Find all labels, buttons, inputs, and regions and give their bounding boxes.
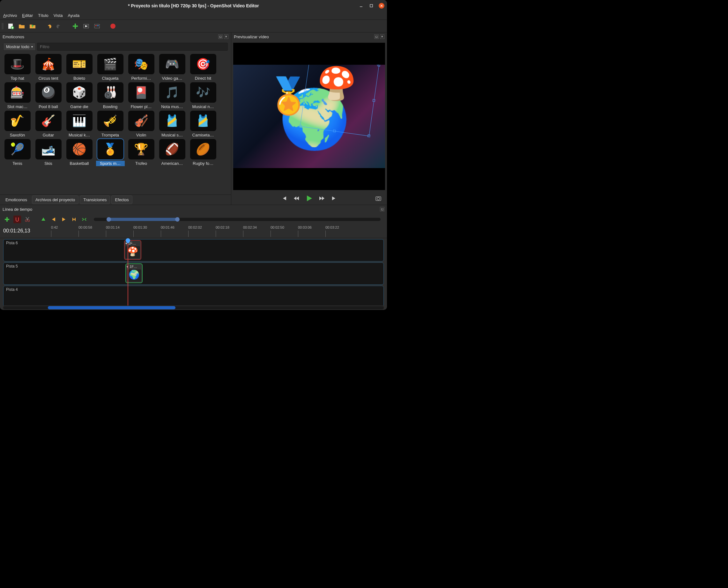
emoji-item[interactable]: 🎲Game die	[64, 82, 95, 109]
emoji-item[interactable]: 🏀Basketball	[64, 139, 95, 166]
tracks-area[interactable]: Pista 6▾ 1F…🍄Pista 5▾ 1F…🌍Pista 4	[0, 238, 387, 306]
zoom-slider[interactable]	[94, 218, 381, 221]
playhead[interactable]	[128, 238, 128, 306]
ruler-tick: 00:02:18	[216, 226, 229, 229]
fullscreen-button[interactable]	[93, 22, 101, 30]
titlebar: * Proyecto sin título [HD 720p 30 fps] -…	[0, 0, 387, 12]
tab-emoticonos[interactable]: Emoticonos	[2, 195, 31, 204]
razor-button[interactable]	[24, 215, 31, 223]
emoji-item[interactable]: 🎱Pool 8 ball	[33, 82, 63, 109]
track[interactable]: Pista 6▾ 1F…🍄	[3, 239, 384, 261]
preview-panel-title: Previsualizar vídeo	[234, 35, 269, 39]
track-header[interactable]: Pista 6	[3, 239, 45, 261]
snapshot-button[interactable]	[375, 195, 382, 202]
new-project-button[interactable]	[6, 22, 15, 30]
tab-efectos[interactable]: Efectos	[112, 195, 132, 204]
maximize-button[interactable]	[368, 3, 374, 8]
emoji-label: Pool 8 ball	[34, 104, 63, 109]
time-ruler[interactable]: 0:4200:00:5800:01:1400:01:3000:01:4600:0…	[45, 226, 387, 238]
category-combo[interactable]: Mostrar todo	[3, 43, 36, 51]
ruler-tick: 0:42	[51, 226, 58, 229]
snap-button[interactable]	[14, 215, 21, 223]
emoji-item[interactable]: 🎪Circus tent	[33, 54, 63, 81]
emoji-item[interactable]: 🎯Direct hit	[188, 54, 218, 81]
emoji-item[interactable]: 🎺Trompeta	[95, 111, 125, 138]
panel-float-icon[interactable]: ◱	[374, 35, 379, 39]
marker-next-button[interactable]	[60, 215, 68, 223]
emoji-item[interactable]: 🎷Saxofón	[2, 111, 33, 138]
close-button[interactable]	[379, 3, 384, 8]
panel-close-icon[interactable]: ✕	[380, 35, 384, 39]
emoji-item[interactable]: 🎿Skis	[33, 139, 63, 166]
emoji-item[interactable]: 🏉Rugby fo…	[188, 139, 218, 166]
redo-button[interactable]	[55, 22, 64, 30]
emoji-item[interactable]: 🎫Boleto	[64, 54, 95, 81]
emoji-item[interactable]: 🎰Slot mac…	[2, 82, 33, 109]
tab-transiciones[interactable]: Transiciones	[80, 195, 110, 204]
transform-handles[interactable]	[300, 65, 379, 136]
menu-ayuda[interactable]: Ayuda	[68, 13, 80, 18]
emoji-item[interactable]: 🎽Camiseta…	[188, 111, 218, 138]
minimize-button[interactable]	[358, 3, 364, 8]
emoji-item[interactable]: 🎻Violin	[126, 111, 156, 138]
emoji-icon: 🏅	[97, 139, 123, 160]
center-playhead-button[interactable]	[70, 215, 78, 223]
emoji-grid[interactable]: 🎩Top hat🎪Circus tent🎫Boleto🎬Claqueta🎭Per…	[0, 52, 231, 194]
emoji-item[interactable]: 🎬Claqueta	[95, 54, 125, 81]
emoji-item[interactable]: 🎳Bowling	[95, 82, 125, 109]
play-button[interactable]	[305, 194, 313, 202]
emoji-item[interactable]: 🏆Trofeo	[126, 139, 156, 166]
emoji-item[interactable]: 🎸Guitar	[33, 111, 63, 138]
export-button[interactable]	[108, 22, 117, 30]
menu-vista[interactable]: Vista	[54, 13, 63, 18]
emoji-item[interactable]: 🎶Musical n…	[188, 82, 218, 109]
panel-float-icon[interactable]: ◱	[380, 207, 384, 211]
emoji-item[interactable]: 🎾Tenis	[2, 139, 33, 166]
filter-input[interactable]	[37, 43, 228, 51]
emoji-label: Basketball	[65, 161, 94, 166]
import-files-button[interactable]	[71, 22, 80, 30]
add-track-button[interactable]	[3, 215, 11, 223]
menu-titulo[interactable]: Título	[38, 13, 48, 18]
zoom-button[interactable]	[80, 215, 88, 223]
rewind-button[interactable]	[293, 195, 300, 202]
track-header[interactable]: Pista 5	[3, 263, 45, 285]
svg-rect-0	[370, 4, 372, 7]
panel-close-icon[interactable]: ✕	[224, 35, 228, 39]
emoji-icon: 🎳	[97, 82, 123, 103]
track[interactable]: Pista 5▾ 1F…🌍	[3, 262, 384, 285]
clip[interactable]: ▾ 1F…🍄	[124, 240, 141, 260]
timeline-scrollbar[interactable]	[3, 306, 384, 309]
save-project-button[interactable]	[28, 22, 37, 30]
ruler-tick: 00:01:30	[133, 226, 147, 229]
track[interactable]: Pista 4	[3, 286, 384, 306]
jump-start-button[interactable]	[281, 195, 287, 202]
forward-button[interactable]	[319, 195, 325, 202]
emoji-item[interactable]: 🏈American…	[157, 139, 187, 166]
panel-float-icon[interactable]: ◱	[218, 35, 223, 39]
jump-end-button[interactable]	[331, 195, 337, 202]
emoji-item[interactable]: 🎭Performi…	[126, 54, 156, 81]
marker-add-button[interactable]	[40, 215, 47, 223]
emoji-item[interactable]: 🎵Nota mus…	[157, 82, 187, 109]
emoji-item[interactable]: 🎹Musical k…	[64, 111, 95, 138]
emoji-icon: 🎶	[190, 82, 216, 103]
emoji-icon: 🎺	[97, 111, 123, 131]
menu-editar[interactable]: Editar	[22, 13, 33, 18]
marker-prev-button[interactable]	[50, 215, 57, 223]
emoji-item[interactable]: 🎽Musical s…	[157, 111, 187, 138]
profile-button[interactable]	[82, 22, 90, 30]
undo-button[interactable]	[44, 22, 53, 30]
emoji-icon: 🎾	[4, 139, 31, 160]
emoji-item[interactable]: 🎩Top hat	[2, 54, 33, 81]
toolbar-grip[interactable]	[2, 23, 4, 29]
tab-archivos-del-proyecto[interactable]: Archivos del proyecto	[32, 195, 79, 204]
open-project-button[interactable]	[17, 22, 26, 30]
emoji-item[interactable]: 🎴Flower pl…	[126, 82, 156, 109]
emoji-item[interactable]: 🎮Video ga…	[157, 54, 187, 81]
emoji-item[interactable]: 🏅Sports m…	[95, 139, 125, 166]
preview-viewport[interactable]: 🌍 🏅 🍄	[233, 43, 385, 190]
emoji-label: Camiseta…	[189, 132, 218, 138]
menu-archivo[interactable]: Archivo	[3, 13, 17, 18]
track-header[interactable]: Pista 4	[3, 286, 45, 306]
